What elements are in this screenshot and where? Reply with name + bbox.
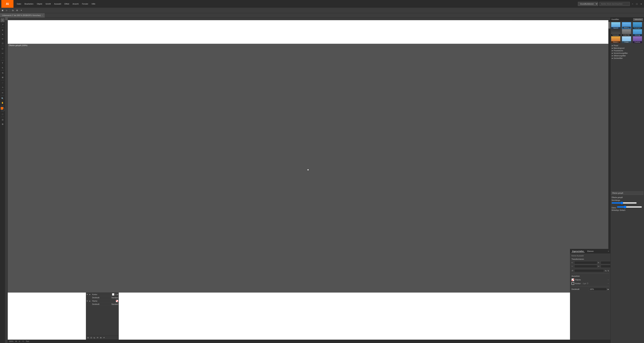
filter-thumb-label-7: Fresko xyxy=(622,41,631,43)
menu-effekt[interactable]: Effekt xyxy=(63,0,71,8)
minimize-btn[interactable]: − xyxy=(631,2,634,6)
bm-flaeche-deckkraft-row: 👁 ▶ Deckkraft: Standard xyxy=(86,303,118,306)
tab-close-btn[interactable]: × xyxy=(42,14,43,16)
tool-area-type[interactable]: ⊾ xyxy=(0,66,4,70)
filter-thumb-3[interactable]: Farbkanten xyxy=(611,29,620,36)
menu-ansicht[interactable]: Ansicht xyxy=(71,0,80,8)
menu-bearbeiten[interactable]: Bearbeiten xyxy=(23,0,35,8)
tool-pen[interactable]: ✒ xyxy=(0,28,4,32)
maximize-btn[interactable]: □ xyxy=(636,2,638,6)
bp-tab-ebenen[interactable]: Ebenen xyxy=(587,250,594,252)
bp-kontur-color[interactable] xyxy=(572,282,574,285)
menu-objekt[interactable]: Objekt xyxy=(35,0,44,8)
tool-type[interactable]: T xyxy=(0,61,4,65)
filter-thumb-8[interactable]: Plastifolie xyxy=(633,36,642,43)
tool-pencil[interactable]: ✏ xyxy=(0,37,4,41)
tool-gradient[interactable]: ∷ xyxy=(0,81,4,85)
bp-h-group: H: xyxy=(598,265,610,268)
menu-auswahl[interactable]: Auswahl xyxy=(52,0,63,8)
search-bar[interactable] xyxy=(600,2,630,6)
bm-toolbar: ⊟ ⊡ fx ⟳ ⊕ ✕ xyxy=(86,336,118,340)
toolbar-btn-2[interactable]: St xyxy=(11,8,15,12)
tab-bar: Unbenannt-1* bei 300 % (RGB/GPU-Vorschau… xyxy=(0,13,644,18)
filter-thumb-0[interactable]: Aquarell xyxy=(611,22,620,29)
canvas-white-top xyxy=(8,20,608,44)
tree-item-maluntergrund[interactable]: ▶ Maluntergrund xyxy=(611,47,643,50)
tool-select[interactable]: ↖ xyxy=(0,18,4,22)
filter-thumb-7[interactable]: Fresko xyxy=(622,36,631,43)
menu-datei[interactable]: Datei xyxy=(15,0,23,8)
tool-blend[interactable]: ∿ xyxy=(0,85,4,89)
bp-tab-eigenschaften[interactable]: Eigenschaften xyxy=(572,250,585,252)
preview-canvas[interactable] xyxy=(8,47,608,292)
menu-fenster[interactable]: Fenster xyxy=(80,0,90,8)
menu-schrift[interactable]: Schrift xyxy=(44,0,52,8)
left-ruler xyxy=(5,20,8,343)
tool-mode[interactable]: □ xyxy=(0,112,4,116)
tool-scale[interactable]: ⊞ xyxy=(0,75,4,79)
bm-tb-del[interactable]: ✕ xyxy=(103,336,105,339)
bp-rotation-icon[interactable]: ↺ xyxy=(572,270,573,272)
tool-shape[interactable]: ⬡ xyxy=(0,47,4,51)
bp-rotation-input[interactable] xyxy=(574,269,604,272)
fill-stroke-indicator[interactable] xyxy=(1,107,4,111)
bp-more-flaeche[interactable]: ··· xyxy=(608,279,609,281)
bp-flip-h-icon[interactable]: ⇆ xyxy=(605,270,606,272)
tree-item-pinsel[interactable]: ▶ Pinsel xyxy=(611,44,643,47)
fill-box[interactable] xyxy=(1,107,3,110)
tool-brush[interactable]: ✎ xyxy=(0,32,4,36)
tree-item-verzeichnung[interactable]: ▶ Verzeichnungsfilter xyxy=(611,52,643,54)
tool-hand[interactable]: ✋ xyxy=(0,101,4,105)
rp-ok-btn[interactable]: Abbrechen xyxy=(633,18,643,21)
tree-item-stilisierung[interactable]: ▶ Stilisierungsfilter xyxy=(611,54,643,57)
bm-arrow-flaeche[interactable]: ▶ xyxy=(90,300,91,302)
document-tab[interactable]: Unbenannt-1* bei 300 % (RGB/GPU-Vorschau… xyxy=(0,13,45,18)
bp-close-btn[interactable]: × xyxy=(608,250,609,252)
filter-thumb-5[interactable]: Körnung xyxy=(633,29,642,36)
tool-rect[interactable]: ▭ xyxy=(0,51,4,55)
filter-thumb-6[interactable]: Ölfarbe k. xyxy=(611,36,620,43)
toolbar-btn-0[interactable]: ▣ xyxy=(1,8,4,12)
bm-tb-square[interactable]: ⊟ xyxy=(87,336,89,339)
bm-arrow-kontur[interactable]: ▶ xyxy=(90,294,91,295)
filter-thumb-label-1: Ölfarbe g. xyxy=(622,27,631,28)
tool-direct-select[interactable]: ↗ xyxy=(0,22,4,26)
toolbar-btn-1[interactable]: ▷ xyxy=(5,8,8,12)
tool-zoom[interactable]: 🔍 xyxy=(0,96,4,100)
tool-scissors[interactable]: ✂ xyxy=(0,91,4,95)
bp-h-input[interactable] xyxy=(600,265,610,268)
bm-tb-refresh[interactable]: ⟳ xyxy=(96,336,99,339)
tool-artboards[interactable]: ⊡ xyxy=(0,118,4,122)
tool-eraser[interactable]: ◻ xyxy=(0,41,4,45)
close-btn[interactable]: × xyxy=(640,2,643,6)
scroll-thumb-right[interactable] xyxy=(608,22,610,28)
toolbar-btn-3[interactable]: ⊞ xyxy=(15,8,19,12)
bp-deckkraft-expand[interactable]: ▶ xyxy=(608,288,609,290)
tool-chart[interactable]: ⊞ xyxy=(0,122,4,126)
tree-item-pinselstriche[interactable]: ▶ Pinselstriche xyxy=(611,50,643,52)
strichlaenge-slider[interactable] xyxy=(612,202,637,204)
bm-eye-flaeche[interactable]: 👁 xyxy=(86,300,88,302)
bm-tb-fx[interactable]: fx xyxy=(93,336,96,339)
filter-thumb-2[interactable]: Trockenpins. xyxy=(633,22,642,29)
bm-eye-kontur[interactable]: 👁 xyxy=(86,294,88,296)
bm-tb-add[interactable]: ⊕ xyxy=(100,336,102,339)
bp-y-input[interactable] xyxy=(574,265,597,268)
bp-deckkraft-input[interactable] xyxy=(589,288,607,291)
toolbar-btn-4[interactable]: ✦ xyxy=(20,8,23,12)
bp-x-input[interactable] xyxy=(574,261,597,264)
tool-line[interactable]: ⟋ xyxy=(0,56,4,60)
bp-kontur-info[interactable]: ⓘ xyxy=(587,282,588,285)
menu-hilfe[interactable]: Hilfe xyxy=(90,0,97,8)
workspace-select[interactable]: Grundfunktionen xyxy=(578,2,598,6)
bm-tb-square2[interactable]: ⊡ xyxy=(90,336,92,339)
tool-rotate[interactable]: ⟲ xyxy=(0,71,4,75)
tree-item-zeichen[interactable]: ▶ Zeichenfilter xyxy=(611,57,643,60)
filter-thumb-1[interactable]: Ölfarbe g. xyxy=(622,22,631,29)
bp-more-kontur[interactable]: ··· xyxy=(608,283,609,284)
bp-b-input[interactable] xyxy=(600,261,610,264)
filter-thumb-4[interactable]: Grobe Mal. xyxy=(622,29,631,36)
bp-flip-v-icon[interactable]: ⇅ xyxy=(608,270,609,272)
bp-flaeche-color[interactable] xyxy=(572,278,574,281)
glanz-slider[interactable] xyxy=(617,206,642,208)
